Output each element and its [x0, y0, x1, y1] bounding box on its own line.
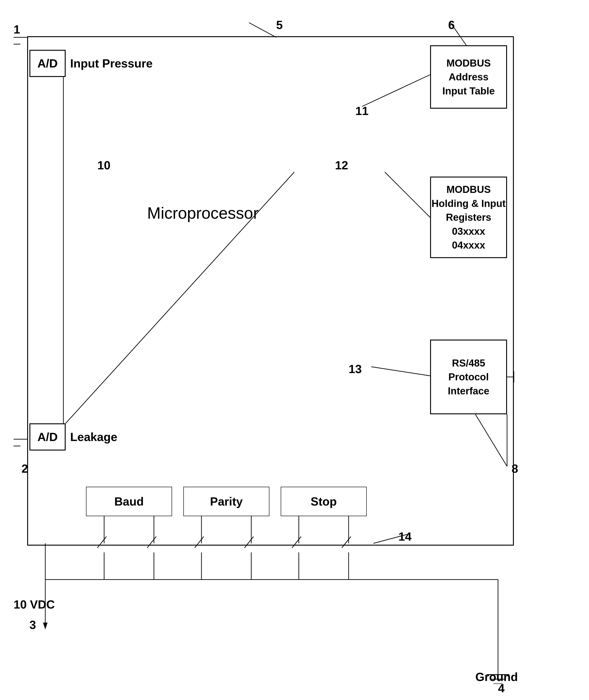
ref-3: 3 — [29, 618, 36, 632]
ref-14: 14 — [398, 530, 411, 543]
ref-4: 4 — [498, 681, 505, 695]
stop-box: Stop — [281, 487, 367, 516]
rs485-label: RS/485ProtocolInterface — [448, 356, 489, 398]
baud-box: Baud — [86, 487, 172, 516]
ref-12: 12 — [335, 159, 348, 172]
ad-top-label: A/D — [37, 56, 58, 70]
baud-label: Baud — [114, 495, 144, 508]
ref-2: 2 — [21, 462, 28, 476]
stop-label: Stop — [311, 495, 337, 508]
vdc-label: 10 VDC — [14, 598, 55, 611]
rs485-box: RS/485ProtocolInterface — [430, 340, 507, 414]
ref-1: 1 — [14, 23, 20, 36]
main-rectangle — [27, 36, 514, 546]
parity-box: Parity — [183, 487, 269, 516]
modbus-address-box: MODBUSAddressInput Table — [430, 45, 507, 109]
input-pressure-label: Input Pressure — [70, 56, 153, 70]
ref-13: 13 — [349, 362, 362, 376]
modbus-holding-box: MODBUSHolding & InputRegisters03xxxx04xx… — [430, 177, 507, 258]
ad-top-box: A/D — [29, 50, 66, 77]
ad-bottom-box: A/D — [29, 423, 66, 451]
ref-10: 10 — [97, 159, 111, 172]
ad-bottom-label: A/D — [37, 430, 58, 444]
parity-label: Parity — [210, 495, 243, 508]
diagram-container: 1 5 6 A/D Input Pressure MODBUSAddressIn… — [0, 0, 589, 700]
modbus-holding-label: MODBUSHolding & InputRegisters03xxxx04xx… — [431, 182, 506, 252]
ref-5: 5 — [276, 18, 283, 32]
ref-8: 8 — [512, 462, 518, 476]
ground-label: Ground — [475, 670, 518, 684]
svg-line-2 — [249, 23, 276, 37]
svg-marker-33 — [43, 623, 47, 630]
modbus-address-label: MODBUSAddressInput Table — [442, 56, 495, 98]
ref-11: 11 — [355, 104, 369, 118]
leakage-label: Leakage — [70, 430, 117, 444]
microprocessor-label: Microprocessor — [147, 204, 258, 222]
ref-6: 6 — [448, 18, 455, 32]
